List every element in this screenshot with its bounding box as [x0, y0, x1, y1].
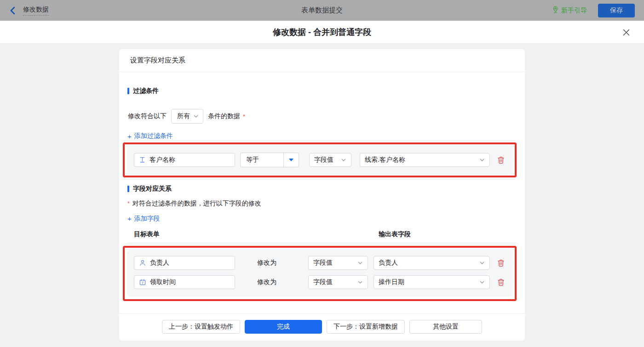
value-select[interactable]: 操作日期 [374, 275, 490, 289]
svg-text:7: 7 [142, 281, 144, 284]
close-button[interactable] [621, 27, 631, 37]
other-settings-button[interactable]: 其他设置 [409, 320, 482, 334]
guide-pin-icon [552, 6, 559, 15]
value-type-select[interactable]: 字段值 [308, 256, 368, 270]
filter-field-input[interactable]: 客户名称 [134, 153, 235, 167]
done-button[interactable]: 完成 [245, 320, 322, 334]
divider [127, 243, 517, 243]
value-select[interactable]: 线索.客户名称 [360, 153, 490, 167]
dialog-header: 修改数据 - 合并到普通字段 [0, 21, 644, 44]
add-filter-condition-link[interactable]: + 添加过滤条件 [127, 132, 173, 140]
column-header-target-form: 目标表单 [127, 230, 379, 239]
dialog-body: 设置字段对应关系 过滤条件 修改符合以下 所有 条件的数据 * + 添加过滤条件 [0, 49, 644, 347]
condition-prefix: 修改符合以下 [128, 112, 167, 120]
filter-condition-row: 修改符合以下 所有 条件的数据 * [127, 109, 517, 124]
action-label: 修改为 [257, 259, 278, 267]
required-mark: * [127, 200, 130, 207]
top-bar: 修改数据 表单数据提交 新手引导 保存 [0, 0, 644, 21]
condition-suffix: 条件的数据 [208, 112, 240, 120]
mapping-row: 负责人 修改为 字段值 负责人 [134, 256, 506, 270]
chevron-down-icon [479, 157, 485, 163]
card-header-title: 设置字段对应关系 [119, 49, 525, 72]
target-field-input[interactable]: 负责人 [134, 256, 235, 270]
trash-icon [497, 156, 505, 164]
calendar-icon: 7 [139, 279, 146, 286]
prev-step-button[interactable]: 上一步：设置触发动作 [162, 320, 240, 334]
user-icon [139, 259, 146, 267]
operator-select[interactable]: 等于 [240, 153, 299, 167]
next-step-button[interactable]: 下一步：设置新增数据 [327, 320, 405, 334]
delete-mapping-row-button[interactable] [496, 258, 506, 267]
back-button[interactable]: 修改数据 [9, 6, 49, 16]
card-footer: 上一步：设置触发动作 完成 下一步：设置新增数据 其他设置 [119, 313, 525, 341]
mapping-section-title: 字段对应关系 [127, 185, 517, 193]
back-label: 修改数据 [23, 6, 49, 16]
plus-icon: + [127, 133, 132, 140]
value-type-select[interactable]: 字段值 [308, 275, 368, 289]
trash-icon [497, 278, 505, 286]
mapping-row: 7 领取时间 修改为 字段值 操作日期 [134, 275, 506, 289]
annotation-box-mapping: 负责人 修改为 字段值 负责人 [123, 246, 517, 301]
chevron-down-icon [357, 279, 363, 285]
page-title: 表单数据提交 [0, 6, 644, 15]
value-select[interactable]: 负责人 [374, 256, 490, 270]
add-field-link[interactable]: + 添加字段 [127, 215, 160, 223]
settings-card: 设置字段对应关系 过滤条件 修改符合以下 所有 条件的数据 * + 添加过滤条件 [119, 49, 525, 341]
mapping-rows-panel: 负责人 修改为 字段值 负责人 [127, 250, 512, 297]
target-field-input[interactable]: 7 领取时间 [134, 275, 235, 289]
chevron-down-icon [357, 260, 363, 266]
chevron-down-icon [341, 157, 346, 163]
value-type-select[interactable]: 字段值 [309, 153, 351, 167]
chevron-down-icon [479, 260, 485, 266]
text-field-icon [139, 156, 146, 163]
operator-dropdown-button[interactable] [283, 153, 299, 167]
filter-rows-panel: 客户名称 等于 字段值 线索.客户名 [127, 147, 512, 173]
action-label: 修改为 [257, 278, 278, 286]
chevron-down-icon [193, 114, 199, 119]
close-icon [622, 28, 630, 36]
card-content: 过滤条件 修改符合以下 所有 条件的数据 * + 添加过滤条件 [119, 72, 525, 313]
required-mark: * [243, 113, 245, 120]
mapping-column-headers: 目标表单 输出表字段 [127, 230, 517, 239]
section-accent-bar [127, 186, 129, 192]
column-header-output-field: 输出表字段 [379, 230, 411, 239]
delete-mapping-row-button[interactable] [496, 278, 506, 287]
save-button[interactable]: 保存 [598, 4, 635, 17]
dropdown-arrow-icon [289, 159, 293, 161]
guide-link[interactable]: 新手引导 [552, 6, 587, 15]
plus-icon: + [127, 215, 132, 222]
condition-scope-select[interactable]: 所有 [171, 109, 203, 124]
annotation-box-filter: 客户名称 等于 字段值 线索.客户名 [123, 142, 517, 177]
dialog-title: 修改数据 - 合并到普通字段 [273, 27, 371, 38]
filter-section-title: 过滤条件 [127, 87, 517, 95]
section-accent-bar [127, 88, 129, 94]
trash-icon [497, 259, 505, 267]
delete-filter-row-button[interactable] [496, 155, 506, 165]
filter-row: 客户名称 等于 字段值 线索.客户名 [134, 153, 506, 167]
guide-label: 新手引导 [561, 6, 587, 15]
back-chevron-icon [9, 6, 17, 15]
chevron-down-icon [479, 279, 485, 285]
